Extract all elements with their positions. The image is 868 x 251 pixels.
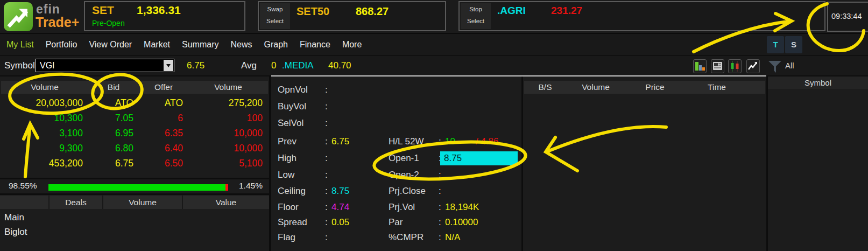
menu-finance[interactable]: Finance: [300, 40, 330, 50]
col-deals-volume: Volume: [102, 196, 182, 209]
menu-more[interactable]: More: [342, 40, 362, 50]
col-watch-symbol: Symbol: [768, 76, 868, 89]
info-label: H/L 52W: [389, 135, 424, 149]
ticker-t-button[interactable]: T: [767, 36, 784, 53]
info-value: 0.10000: [445, 215, 478, 229]
agri-index-value: 231.27: [551, 5, 582, 17]
divider: [0, 178, 269, 179]
stop-select-buttons: Stop Select: [461, 3, 491, 29]
ticker-panel: B/S Volume Price Time: [523, 76, 766, 251]
menu-portfolio[interactable]: Portfolio: [46, 40, 77, 50]
menu-market[interactable]: Market: [144, 40, 170, 50]
bid-ratio-segment: [48, 184, 225, 191]
avg-value: 0: [271, 55, 276, 76]
set-index-value: 1,336.31: [137, 4, 181, 17]
bid-offer-row[interactable]: 20,003,000 ATO ATO 275,200: [1, 96, 268, 110]
bid-offer-ratio-bar: [48, 184, 228, 191]
menu-graph[interactable]: Graph: [264, 40, 287, 50]
info-label: Flag: [278, 231, 295, 245]
info-label: Open-1: [389, 151, 419, 165]
col-bs: B/S: [524, 81, 566, 94]
menu-summary[interactable]: Summary: [182, 40, 218, 50]
col-ticker-volume: Volume: [566, 81, 625, 94]
stop-button[interactable]: Stop: [461, 6, 491, 12]
agri-index-box: Stop Select .AGRI 231.27: [458, 1, 825, 31]
sector-name: .MEDIA: [282, 55, 314, 76]
hl52w-high: 10: [445, 135, 455, 149]
deals-row-main[interactable]: Main: [4, 212, 24, 223]
news-icon[interactable]: [711, 59, 724, 73]
info-label: OpnVol: [278, 83, 308, 97]
info-label: High: [278, 151, 297, 165]
market-session-status: Pre-Open: [92, 19, 125, 27]
symbol-bar: Symbol VGI 6.75 Avg 0 .MEDIA 40.70: [0, 55, 868, 75]
avg-label: Avg: [241, 55, 257, 76]
col-deals: Deals: [48, 196, 102, 209]
watchlist-panel: Symbol: [768, 76, 868, 251]
ticker-header: B/S Volume Price Time: [524, 81, 765, 94]
menu-news[interactable]: News: [230, 40, 252, 50]
select-button[interactable]: Select: [260, 18, 290, 24]
col-ticker-time: Time: [684, 81, 749, 94]
info-value: 18,194K: [445, 200, 479, 214]
bid-offer-panel: Volume Bid Offer Volume 20,003,000 ATO A…: [0, 76, 269, 251]
stock-info-panel: OpnVol : BuyVol : SelVol : Prev : 6.75 H…: [271, 76, 521, 251]
top-bar: efin Trade+ SET 1,336.31 Pre-Open Swap S…: [0, 0, 868, 33]
offer-percent: 1.45%: [239, 181, 263, 191]
swap-select-buttons: Swap Select: [260, 3, 290, 29]
select-button[interactable]: Select: [461, 18, 491, 24]
info-label: Low: [278, 168, 294, 182]
info-value: 4.74: [331, 200, 349, 214]
efin-logo-icon: [4, 2, 33, 31]
agri-index-name: .AGRI: [497, 5, 526, 17]
hl52w-low: / 4.86: [476, 135, 499, 149]
ticker-s-button[interactable]: S: [785, 36, 802, 53]
funnel-icon[interactable]: [768, 60, 782, 76]
col-ticker-price: Price: [625, 81, 684, 94]
swap-button[interactable]: Swap: [260, 6, 290, 12]
divider: [0, 193, 269, 195]
candlestick-icon[interactable]: [728, 59, 742, 73]
bid-offer-header: Volume Bid Offer Volume: [1, 81, 268, 94]
info-label: Spread: [278, 215, 307, 229]
set-index-name: SET: [92, 4, 114, 17]
info-label: Ceiling: [278, 184, 306, 198]
bid-offer-row[interactable]: 3,100 6.95 6.35 10,000: [1, 126, 268, 140]
main-menu: My List Portfolio View Order Market Summ…: [0, 33, 868, 55]
bid-offer-row[interactable]: 453,200 6.75 6.50 5,100: [1, 156, 268, 170]
col-bid-volume: Volume: [1, 81, 88, 94]
symbol-combobox[interactable]: VGI: [36, 59, 174, 72]
info-label: SelVol: [278, 116, 304, 130]
bar-chart-icon[interactable]: [693, 59, 707, 73]
col-offer-volume: Volume: [188, 81, 268, 94]
bid-percent: 98.55%: [9, 181, 37, 191]
deals-table-header: Deals Volume Value: [0, 196, 269, 209]
bid-offer-row[interactable]: 10,300 7.05 6 100: [1, 111, 268, 125]
filter-all-label[interactable]: All: [785, 55, 794, 76]
info-value: 8.75: [331, 184, 349, 198]
sector-value: 40.70: [328, 55, 351, 76]
info-label: Par: [389, 215, 403, 229]
menu-view-order[interactable]: View Order: [89, 40, 132, 50]
symbol-label: Symbol: [4, 55, 35, 76]
last-price: 6.75: [187, 55, 204, 76]
info-value: 0.05: [331, 215, 349, 229]
info-label: %CMPR: [389, 231, 424, 245]
menu-my-list[interactable]: My List: [6, 40, 34, 50]
line-chart-icon[interactable]: [746, 59, 760, 73]
deals-row-biglot[interactable]: Biglot: [4, 227, 27, 238]
clock-box: 09:33:44: [827, 2, 868, 32]
bid-offer-row[interactable]: 9,300 6.80 6.40 10,000: [1, 141, 268, 155]
col-deals-value: Value: [182, 196, 269, 209]
info-label: Prj.Vol: [389, 200, 415, 214]
open1-highlighted-value[interactable]: 8.75: [440, 151, 518, 165]
info-value: N/A: [445, 231, 460, 245]
info-label: BuyVol: [278, 100, 306, 114]
col-offer: Offer: [139, 81, 188, 94]
info-label: Prj.Close: [389, 184, 426, 198]
info-label: Floor: [278, 200, 299, 214]
chevron-down-icon[interactable]: [164, 60, 173, 71]
brand-trade-plus: Trade+: [36, 15, 79, 30]
set50-index-box: Swap Select SET50 868.27: [258, 1, 446, 31]
set50-index-name: SET50: [297, 5, 329, 18]
